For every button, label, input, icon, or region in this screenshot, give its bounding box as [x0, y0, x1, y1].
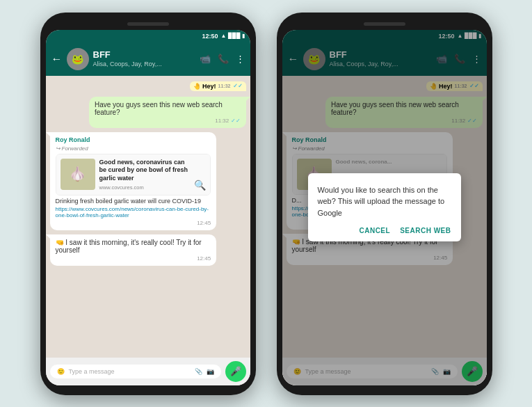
cancel-button[interactable]: CANCEL — [359, 227, 390, 234]
bubble-header-1: Roy Ronald — [56, 136, 211, 143]
out-checks-1: ✓✓ — [231, 118, 241, 124]
hey-text-1: 🤚 Hey! — [193, 83, 216, 90]
article-img-1: 🧄 — [61, 159, 95, 190]
article-img-row-1: 🧄 Good news, coronavirus can be cured by… — [56, 154, 211, 195]
video-icon-1[interactable]: 📹 — [200, 54, 211, 64]
message-input-1[interactable]: 🙂 Type a message 📎 📷 — [50, 365, 221, 378]
dialog-overlay: Would you like to search this on the web… — [282, 30, 487, 385]
chat-area-1: 🤚 Hey! 11:32 ✓✓ Have you guys seen this … — [46, 76, 250, 358]
status-bar-1: 12:50 ▲ ▉▉▉ ▮ — [46, 30, 250, 42]
chat-header-1: ← 🐸 BFF Alisa, Coops, Jay, Roy,... 📹 📞 ⋮ — [46, 42, 250, 76]
out-bubble-1: Have you guys seen this new web search f… — [89, 97, 246, 128]
search-dialog: Would you like to search this on the web… — [308, 173, 461, 242]
out-text-1: Have you guys seen this new web search f… — [95, 101, 223, 116]
more-icon-1[interactable]: ⋮ — [236, 54, 245, 64]
dialog-text: Would you like to search this on the web… — [318, 184, 451, 219]
forwarded-bubble-1: Roy Ronald ↪ Forwarded 🧄 Good news, coro… — [50, 132, 217, 230]
article-search-icon-1[interactable]: 🔍 — [194, 179, 206, 191]
article-body-1: Drinking fresh boiled garlic water will … — [56, 198, 211, 205]
battery-icon: ▮ — [242, 33, 245, 39]
article-title-1: Good news, coronavirus can be cured by o… — [99, 159, 191, 183]
signal-icon: ▉▉▉ — [228, 33, 241, 39]
phone-speaker-2 — [364, 22, 405, 26]
phone-2-screen: 12:50 ▲ ▉▉▉ ▮ ← 🐸 BFF Alisa, Coops, Jay,… — [282, 30, 487, 385]
forwarded-row-1: ↪ Forwarded — [56, 145, 211, 152]
article-link-1[interactable]: https://www.covcures.com/news/coronaviru… — [56, 206, 211, 218]
chat-input-bar-1: 🙂 Type a message 📎 📷 🎤 — [46, 358, 250, 385]
emoji-icon-1: 🙂 — [57, 368, 65, 375]
phone-1-screen: 12:50 ▲ ▉▉▉ ▮ ← 🐸 BFF Alisa, Coops, Jay,… — [46, 30, 250, 385]
forward-icon-1: ↪ — [56, 145, 61, 152]
forwarded-label-1: Forwarded — [62, 145, 88, 152]
article-emoji-1: 🧄 — [69, 166, 86, 182]
contact-info-1: BFF Alisa, Coops, Jay, Roy,... — [93, 49, 195, 67]
in-plain-bubble-1: 🤜 I saw it this morning, it's really coo… — [50, 234, 217, 266]
back-button-1[interactable]: ← — [51, 53, 63, 65]
contact-name-1: BFF — [93, 49, 195, 61]
article-text-block-1: Good news, coronavirus can be cured by o… — [99, 159, 191, 191]
search-web-button[interactable]: SEARCH WEB — [400, 227, 451, 234]
dialog-actions: CANCEL SEARCH WEB — [318, 227, 451, 234]
call-icon-1[interactable]: 📞 — [218, 54, 229, 64]
phone-speaker — [127, 22, 169, 26]
mic-button-1[interactable]: 🎤 — [225, 361, 246, 382]
in-time-1: 12:45 — [56, 220, 211, 226]
attach-icon-1: 📎 — [195, 368, 202, 375]
input-placeholder-1: Type a message — [69, 368, 191, 375]
in-plain-time-1: 12:45 — [56, 255, 211, 262]
article-url-1: www.covcures.com — [99, 184, 191, 191]
contact-sub-1: Alisa, Coops, Jay, Roy,... — [93, 61, 195, 68]
article-card-1: 🧄 Good news, coronavirus can be cured by… — [56, 154, 211, 195]
status-time-1: 12:50 — [202, 33, 218, 40]
out-time-1: 11:32 ✓✓ — [95, 118, 241, 124]
avatar-1: 🐸 — [67, 48, 89, 70]
sender-name-1: Roy Ronald — [56, 136, 90, 143]
camera-icon-1: 📷 — [207, 368, 214, 375]
header-icons-1: 📹 📞 ⋮ — [200, 54, 245, 64]
status-icons-1: ▲ ▉▉▉ ▮ — [221, 33, 245, 39]
phone-2: 12:50 ▲ ▉▉▉ ▮ ← 🐸 BFF Alisa, Coops, Jay,… — [277, 13, 492, 395]
phone-1: 12:50 ▲ ▉▉▉ ▮ ← 🐸 BFF Alisa, Coops, Jay,… — [40, 13, 256, 395]
hey-checks-1: ✓✓ — [233, 83, 243, 89]
in-plain-text-1: 🤜 I saw it this morning, it's really coo… — [56, 239, 202, 254]
wifi-icon: ▲ — [221, 33, 227, 39]
hey-time-1: 11:32 — [218, 83, 231, 88]
hey-tag-1: 🤚 Hey! 11:32 ✓✓ — [190, 81, 246, 91]
